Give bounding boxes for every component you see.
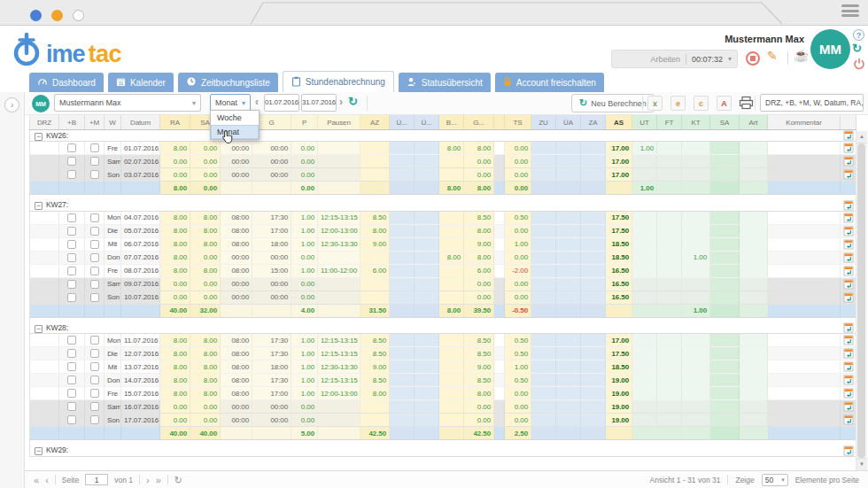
data-row[interactable]: Sam09.07.20160.000.0000:0000:000.000.000… [30, 277, 856, 290]
row-checkbox[interactable] [90, 227, 99, 236]
row-checkbox[interactable] [90, 336, 99, 345]
data-row[interactable]: Fre15.07.20168.008.0008:0017:001.0012:00… [30, 387, 856, 400]
row-checkbox[interactable] [90, 213, 99, 222]
row-checkbox[interactable] [67, 402, 76, 411]
last-page-button[interactable]: » [156, 476, 161, 484]
export-row-icon[interactable] [843, 280, 854, 288]
scrollbar-thumb[interactable] [857, 143, 865, 458]
export-row-icon[interactable] [843, 253, 854, 261]
column-header-zu[interactable]: ZU [531, 115, 556, 130]
refresh-icon[interactable]: ↻ [348, 95, 358, 108]
column-header-ue2[interactable]: Ü... [415, 115, 439, 130]
columns-select[interactable]: DRZ, +B, +M, W, Datum, RA, ▾ [760, 94, 864, 112]
collapse-icon[interactable]: − [35, 133, 43, 141]
column-header-ts[interactable]: TS [505, 115, 531, 130]
page-number-input[interactable]: 1 [85, 474, 108, 485]
next-page-button[interactable]: › [146, 476, 150, 484]
collapse-icon[interactable]: − [35, 325, 43, 333]
tab-zeitbuchungsliste[interactable]: Zeitbuchungsliste [178, 73, 278, 92]
row-checkbox[interactable] [67, 376, 76, 384]
column-header-ue1[interactable]: Ü... [390, 115, 415, 130]
column-header-sa2[interactable]: SA [710, 115, 740, 130]
tab-kalender[interactable]: 31Kalender [108, 73, 174, 92]
row-checkbox[interactable] [67, 157, 76, 166]
refresh-icon[interactable]: ↻ [174, 476, 182, 484]
menu-icon[interactable] [841, 4, 859, 19]
export-e-icon[interactable]: e [670, 96, 686, 111]
vertical-scrollbar[interactable]: ▲ ▼ [856, 131, 867, 470]
group-header-row[interactable]: −KW28: [30, 322, 856, 334]
column-header-ut[interactable]: UT [632, 115, 657, 130]
export-row-icon[interactable] [843, 227, 854, 235]
export-row-icon[interactable] [843, 389, 854, 397]
data-row[interactable]: Don07.07.20168.000.0000:0000:000.008.008… [30, 251, 856, 264]
previous-page-button[interactable]: ‹ [45, 476, 49, 484]
export-row-icon[interactable] [843, 402, 854, 410]
column-header-plus_m[interactable]: +M [85, 115, 105, 130]
column-header-as[interactable]: AS [606, 115, 632, 130]
row-checkbox[interactable] [67, 293, 76, 302]
row-checkbox[interactable] [90, 389, 99, 398]
data-row[interactable]: Mon04.07.20168.008.0008:0017:301.0012:15… [30, 211, 856, 224]
data-row[interactable]: Mit13.07.20168.008.0008:0018:001.0012:30… [30, 360, 856, 374]
data-row[interactable]: Fre01.07.20168.000.0000:0000:000.008.008… [30, 142, 856, 155]
stop-tracking-button[interactable] [746, 51, 760, 66]
tab-statusuebersicht[interactable]: Statusübersicht [399, 73, 491, 92]
export-row-icon[interactable] [843, 130, 854, 139]
row-checkbox[interactable] [90, 170, 99, 179]
avatar[interactable]: MM [810, 29, 850, 69]
edit-note-icon[interactable]: ✎ [767, 49, 778, 63]
export-row-icon[interactable] [843, 349, 854, 357]
row-checkbox[interactable] [67, 213, 76, 222]
row-checkbox[interactable] [90, 402, 99, 411]
expand-sidebar-button[interactable]: › [4, 97, 19, 112]
row-checkbox[interactable] [67, 267, 76, 275]
export-row-icon[interactable] [843, 322, 854, 331]
export-csv-icon[interactable]: c [694, 96, 709, 111]
row-checkbox[interactable] [90, 267, 99, 275]
export-row-icon[interactable] [843, 267, 854, 275]
data-row[interactable]: Son10.07.20160.000.0000:0000:000.000.000… [30, 290, 856, 304]
help-icon[interactable]: ? [853, 29, 864, 41]
data-row[interactable]: Mit06.07.20168.008.0008:0018:001.0012:30… [30, 237, 856, 251]
print-icon[interactable] [739, 96, 754, 113]
row-checkbox[interactable] [90, 253, 99, 262]
row-checkbox[interactable] [67, 143, 76, 152]
column-header-p[interactable]: P [291, 115, 318, 130]
data-row[interactable]: Son17.07.20160.000.0000:0000:000.000.000… [30, 414, 856, 427]
first-page-button[interactable]: « [34, 476, 39, 484]
data-row[interactable]: Sam02.07.20160.000.0000:0000:000.000.000… [30, 155, 856, 168]
export-row-icon[interactable] [843, 376, 854, 383]
menu-item-monat[interactable]: Monat [211, 125, 259, 139]
column-header-az[interactable]: AZ [360, 115, 390, 130]
column-header-g2[interactable]: G... [464, 115, 494, 130]
collapse-icon[interactable]: − [35, 202, 43, 210]
data-row[interactable]: Son03.07.20160.000.0000:0000:000.000.000… [30, 168, 856, 182]
menu-item-woche[interactable]: Woche [211, 111, 259, 125]
row-checkbox[interactable] [67, 389, 76, 398]
row-checkbox[interactable] [90, 376, 99, 384]
row-checkbox[interactable] [67, 240, 76, 249]
group-header-row[interactable]: −KW26: [30, 130, 856, 142]
period-select[interactable]: Monat ▾ [210, 94, 251, 112]
row-checkbox[interactable] [67, 362, 76, 371]
tab-stundenabrechnung[interactable]: Stundenabrechnung [283, 71, 394, 92]
export-xls-icon[interactable]: x [647, 96, 663, 111]
export-row-icon[interactable] [843, 143, 854, 151]
user-select[interactable]: Mustermann Max ▾ [54, 94, 201, 112]
column-header-kt[interactable]: KT [682, 115, 710, 130]
data-row[interactable]: Sam16.07.20160.000.0000:0000:000.000.000… [30, 400, 856, 414]
break-coffee-icon[interactable]: ☕ [794, 48, 809, 62]
scroll-down-icon[interactable]: ▼ [856, 458, 867, 470]
row-checkbox[interactable] [67, 253, 76, 262]
column-header-drz[interactable]: DRZ [30, 115, 59, 130]
column-header-plus_b[interactable]: +B [59, 115, 85, 130]
date-from-input[interactable]: 01.07.2016 [264, 94, 299, 112]
export-row-icon[interactable] [843, 170, 854, 178]
row-checkbox[interactable] [67, 170, 76, 179]
data-row[interactable]: Die12.07.20168.008.0008:0017:301.0012:15… [30, 347, 856, 360]
column-header-kommentar[interactable]: Kommentar [768, 115, 841, 130]
row-checkbox[interactable] [67, 227, 76, 236]
export-row-icon[interactable] [843, 362, 854, 370]
column-header-b[interactable]: B... [439, 115, 464, 130]
